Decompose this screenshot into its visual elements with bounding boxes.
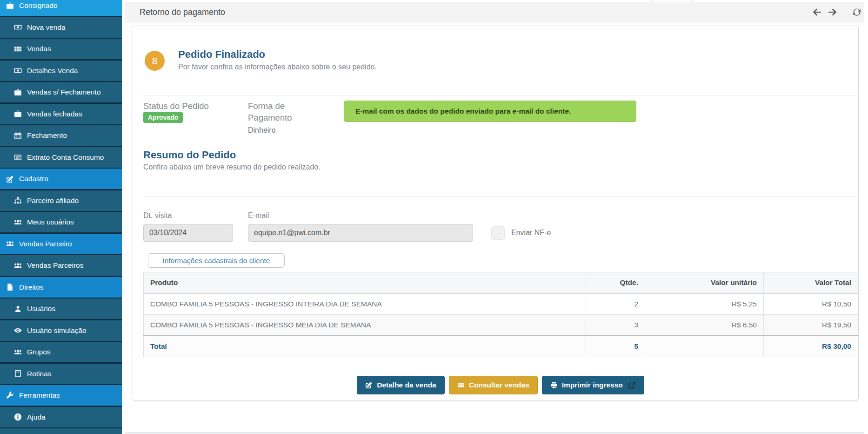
user-icon [13, 305, 23, 313]
printer-icon [550, 381, 558, 389]
users-icon [5, 240, 15, 248]
sidebar-item-vendas-fechadas[interactable]: Vendas fechadas [0, 104, 122, 124]
sidebar-item-vendas[interactable]: Vendas [0, 39, 122, 59]
table-row: COMBO FAMILIA 5 PESSOAS - INGRESSO INTEI… [144, 293, 858, 315]
column-header: Produto [144, 272, 586, 294]
wrench-icon [5, 392, 15, 400]
sidebar-item-label: Vendas fechadas [27, 110, 82, 118]
table-total-cell: 5 [586, 336, 645, 357]
sidebar: ConsignadoNova vendaVendasDetalhes Venda… [0, 0, 122, 434]
column-header: Qtde. [586, 272, 645, 294]
arrow-right-icon[interactable] [828, 7, 837, 17]
button-label: Consultar vendas [469, 381, 529, 389]
banknote-icon [13, 67, 23, 75]
status-badge: Aprovado [143, 112, 183, 123]
email-sent-alert: E-mail com os dados do pedido enviado pa… [344, 101, 636, 122]
sidebar-item-parceiro-afiliado[interactable]: Parceiro afiliado [0, 190, 122, 211]
detalhe-da-venda-button[interactable]: Detalhe da venda [357, 376, 445, 394]
sidebar-item-label: Parceiro afiliado [27, 197, 79, 205]
consultar-vendas-button[interactable]: Consultar vendas [449, 376, 538, 394]
sidebar-item-label: Rotinas [27, 370, 52, 378]
refresh-icon[interactable] [852, 7, 861, 17]
divider [143, 95, 858, 95]
sidebar-item-label: Ajuda [27, 413, 46, 421]
sidebar-item-label: Meus usuários [27, 218, 74, 226]
page-title: Retorno do pagamento [140, 2, 225, 22]
table-cell: 2 [586, 293, 645, 315]
sidebar-item-partial-bottom[interactable] [0, 428, 122, 434]
book-icon [13, 370, 23, 378]
sidebar-item-detalhes-venda[interactable]: Detalhes Venda [0, 61, 122, 81]
table-row: COMBO FAMILIA 5 PESSOAS - INGRESSO MEIA … [144, 315, 858, 336]
action-buttons: Detalhe da vendaConsultar vendasImprimir… [143, 376, 858, 394]
table-total-row: Total5R$ 30,00 [144, 336, 858, 357]
sidebar-item-label: Usuários [27, 305, 55, 313]
table-cell: R$ 19,50 [764, 315, 858, 336]
sidebar-item-label: Extrato Conta Consumo [27, 153, 104, 162]
column-header: Valor unitário [645, 272, 764, 294]
sidebar-item-ajuda[interactable]: Ajuda [0, 407, 122, 427]
enviar-nfe-checkbox[interactable] [491, 226, 505, 240]
summary-title: Resumo do Pedido [143, 149, 236, 161]
banknote-icon [13, 23, 23, 31]
sidebar-item-label: Ferramentas [19, 391, 60, 400]
sidebar-item-rotinas[interactable]: Rotinas [0, 364, 122, 384]
sidebar-item-usuarios[interactable]: Usuários [0, 298, 122, 319]
email-input[interactable] [248, 224, 473, 242]
sidebar-item-label: Consignado [19, 1, 58, 10]
table-icon [457, 381, 465, 389]
order-status-label: Status do Pedido [143, 101, 209, 112]
users-icon [13, 348, 23, 356]
sitemap-icon [13, 197, 23, 204]
table-cell: 3 [586, 315, 645, 336]
sidebar-item-label: Nova venda [27, 23, 66, 32]
sidebar-item-label: Vendas s/ Fechamento [27, 88, 101, 96]
summary-subtitle: Confira abaixo um breve resumo do pedido… [143, 163, 320, 171]
imprimir-ingresso-button[interactable]: Imprimir ingresso [542, 376, 644, 394]
table-cell: R$ 10,50 [764, 293, 858, 315]
visit-date-label: Dt. visita [143, 211, 172, 220]
table-total-cell: Total [144, 336, 586, 357]
main-panel: 8 Pedido Finalizado Por favor confira as… [132, 26, 859, 401]
sidebar-item-fechamento[interactable]: Fechamento [0, 125, 122, 146]
users-icon [13, 218, 23, 226]
sidebar-item-grupos[interactable]: Grupos [0, 342, 122, 362]
sidebar-item-ferramentas[interactable]: Ferramentas [0, 385, 122, 406]
sidebar-item-label: Direitos [19, 283, 44, 292]
payment-method-label: Forma de Pagamento [248, 101, 304, 124]
sidebar-item-vendas-parceiro[interactable]: Vendas Parceiro [0, 234, 122, 254]
table-total-cell [645, 336, 764, 357]
sidebar-item-label: Grupos [27, 348, 51, 356]
step-number-badge: 8 [145, 51, 165, 71]
sidebar-item-vendas-parceiros[interactable]: Vendas Parceiros [0, 255, 122, 276]
sidebar-item-consignado[interactable]: Consignado [0, 0, 122, 16]
sidebar-item-extrato-conta-consumo[interactable]: Extrato Conta Consumo [0, 147, 122, 168]
visit-date-input[interactable] [143, 224, 233, 242]
eye-icon [13, 326, 23, 334]
button-label: Detalhe da venda [377, 381, 436, 389]
app-root: ConsignadoNova vendaVendasDetalhes Venda… [0, 0, 868, 434]
arrow-left-icon[interactable] [812, 7, 821, 17]
info-icon [13, 413, 23, 421]
partial-overlay-top [650, 0, 694, 3]
file-icon [5, 283, 15, 291]
sidebar-item-label: Vendas [27, 45, 51, 53]
table-total-cell: R$ 30,00 [764, 336, 858, 357]
sidebar-item-direitos[interactable]: Direitos [0, 277, 122, 298]
sidebar-item-nova-venda[interactable]: Nova venda [0, 17, 122, 38]
sidebar-item-usuario-simulacao[interactable]: Usuário simulação [0, 320, 122, 341]
list-icon [13, 153, 23, 161]
calendar-icon [13, 132, 23, 140]
external-link-icon [628, 381, 636, 389]
sidebar-item-cadastro[interactable]: Cadastro [0, 169, 122, 189]
column-header: Valor Total [764, 272, 858, 294]
divider [143, 197, 858, 197]
sidebar-item-meus-usuarios[interactable]: Meus usuários [0, 212, 122, 232]
client-info-button[interactable]: Informações cadastrais do cliente [148, 253, 285, 268]
briefcase-icon [13, 110, 23, 118]
order-summary-table: ProdutoQtde.Valor unitárioValor Total CO… [143, 272, 858, 357]
partial-panel-bottom [125, 432, 864, 434]
sidebar-item-vendas-s-fechamento[interactable]: Vendas s/ Fechamento [0, 82, 122, 102]
button-label: Imprimir ingresso [562, 381, 623, 389]
payment-method-value: Dinheiro [248, 126, 276, 135]
